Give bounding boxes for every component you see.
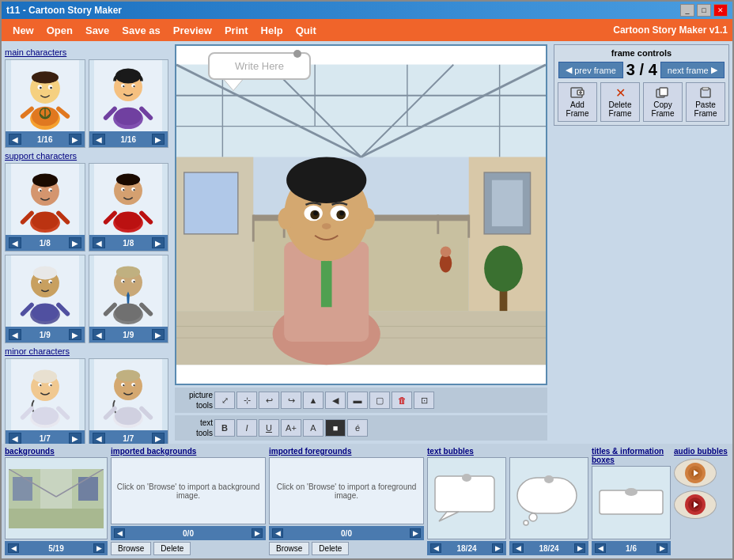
support-char-2-next[interactable]: ▶ [152, 237, 165, 248]
svg-point-36 [116, 173, 140, 185]
menu-open[interactable]: Open [40, 21, 79, 40]
support-char-2-svg [96, 166, 160, 233]
minor-char-1-img [11, 359, 79, 430]
minor-char-2-prev[interactable]: ◀ [93, 433, 105, 444]
imported-fg-next[interactable]: ▶ [410, 528, 421, 538]
backgrounds-thumb[interactable] [5, 457, 108, 539]
support-char-1-prev[interactable]: ◀ [9, 237, 21, 248]
imported-bg-prev[interactable]: ◀ [114, 528, 125, 538]
imported-fg-prev[interactable]: ◀ [272, 528, 283, 538]
main-char-1-prev[interactable]: ◀ [9, 134, 21, 145]
imported-bg-next[interactable]: ▶ [252, 528, 263, 538]
backgrounds-next[interactable]: ▶ [93, 543, 104, 553]
support-char-3-next[interactable]: ▶ [69, 329, 81, 340]
app-version: Cartoon Story Maker v1.1 [613, 25, 728, 36]
minor-char-2-next[interactable]: ▶ [152, 433, 165, 444]
menu-save-as[interactable]: Save as [115, 21, 166, 40]
canvas-area[interactable]: Write Here [175, 44, 547, 385]
tool-font-larger[interactable]: A+ [281, 419, 301, 437]
main-char-1-next[interactable]: ▶ [69, 134, 81, 145]
text-tools-label: texttools [177, 418, 213, 438]
titles-thumb[interactable] [592, 466, 671, 539]
imported-fg-label: imported foregrounds [269, 447, 424, 456]
svg-line-85 [142, 408, 150, 417]
tool-delete-obj[interactable]: 🗑 [392, 392, 412, 409]
tool-underline[interactable]: U [259, 419, 279, 437]
close-button[interactable]: ✕ [713, 4, 728, 17]
svg-point-83 [115, 407, 142, 425]
main-char-1: ◀ 1/16 ▶ [5, 59, 85, 148]
audio-section: audio bubbles [674, 447, 729, 555]
maximize-button[interactable]: □ [697, 4, 711, 17]
svg-point-127 [286, 157, 366, 203]
tool-border[interactable]: ⊡ [414, 392, 434, 409]
tool-special-char[interactable]: é [347, 419, 368, 437]
svg-point-31 [32, 211, 59, 229]
menu-save[interactable]: Save [79, 21, 115, 40]
imported-bg-thumb[interactable]: Click on 'Browse' to import a background… [111, 457, 266, 524]
text-bubbles-thumb2[interactable] [509, 457, 588, 539]
svg-line-33 [59, 213, 67, 221]
tool-redo[interactable]: ↪ [281, 392, 301, 409]
minor-char-1-next[interactable]: ▶ [69, 433, 81, 444]
menu-quit[interactable]: Quit [289, 21, 323, 40]
menu-new[interactable]: New [6, 21, 40, 40]
text-bubbles-next[interactable]: ▶ [492, 543, 503, 553]
menu-help[interactable]: Help [255, 21, 289, 40]
tool-transform[interactable]: ⊹ [236, 392, 257, 409]
imported-fg-browse[interactable]: Browse [269, 542, 309, 555]
copy-frame-button[interactable]: Copy Frame [643, 82, 683, 122]
delete-frame-button[interactable]: ✕ Delete Frame [600, 82, 640, 122]
main-char-2-prev[interactable]: ◀ [93, 134, 105, 145]
menu-preview[interactable]: Preview [167, 21, 218, 40]
minimize-button[interactable]: _ [680, 4, 694, 17]
tool-flip-v[interactable]: ▲ [303, 392, 323, 409]
imported-fg-thumb[interactable]: Click on 'Browse' to import a foreground… [269, 457, 424, 524]
main-char-2-img [94, 60, 162, 131]
text-bubbles-thumb[interactable] [427, 457, 506, 539]
titles-prev[interactable]: ◀ [595, 543, 606, 553]
tool-layer[interactable]: ▬ [347, 392, 368, 409]
text-bubbles-prev2[interactable]: ◀ [513, 543, 524, 553]
tool-color[interactable]: ■ [325, 419, 346, 437]
text-bubbles-prev[interactable]: ◀ [430, 543, 441, 553]
imported-fg-delete[interactable]: Delete [312, 542, 349, 555]
tool-flip-h[interactable]: ◀ [325, 392, 346, 409]
menu-print[interactable]: Print [218, 21, 255, 40]
svg-line-43 [142, 213, 150, 221]
minor-characters-row: ◀ 1/7 ▶ [5, 358, 168, 444]
tool-italic[interactable]: I [236, 419, 257, 437]
main-char-2-next[interactable]: ▶ [152, 134, 165, 145]
next-frame-button[interactable]: next frame ▶ [660, 62, 725, 78]
support-char-3-prev[interactable]: ◀ [9, 329, 21, 340]
svg-line-53 [59, 305, 67, 313]
tool-font-smaller[interactable]: A [303, 419, 323, 437]
support-char-4-counter: 1/9 [123, 331, 134, 339]
tool-undo[interactable]: ↩ [259, 392, 279, 409]
support-char-1-next[interactable]: ▶ [69, 237, 81, 248]
tool-frame-box[interactable]: ▢ [369, 392, 390, 409]
support-char-2-prev[interactable]: ◀ [93, 237, 105, 248]
support-char-4-next[interactable]: ▶ [152, 329, 165, 340]
tool-resize[interactable]: ⤢ [214, 392, 235, 409]
tool-bold[interactable]: B [214, 419, 235, 437]
text-bubbles-next2[interactable]: ▶ [574, 543, 585, 553]
minor-char-2: ◀ 1/7 ▶ [89, 358, 169, 444]
support-char-3: ◀ 1/9 ▶ [5, 255, 85, 343]
prev-frame-button[interactable]: ◀ prev frame [558, 62, 623, 78]
paste-frame-button[interactable]: Paste Frame [686, 82, 725, 122]
audio-btn-2[interactable] [674, 490, 717, 519]
imported-bg-delete[interactable]: Delete [153, 542, 191, 555]
minor-char-1-prev[interactable]: ◀ [9, 433, 21, 444]
speaker-icon [684, 462, 706, 484]
text-bubbles-section: text bubbles ◀ 18/24 ▶ [427, 447, 506, 555]
imported-bg-browse[interactable]: Browse [111, 542, 151, 555]
support-char-4-prev[interactable]: ◀ [93, 329, 105, 340]
titles-next[interactable]: ▶ [656, 543, 668, 553]
svg-rect-150 [78, 477, 98, 501]
svg-point-50 [50, 282, 51, 283]
audio-btn-1[interactable] [674, 459, 717, 487]
backgrounds-prev[interactable]: ◀ [8, 543, 19, 553]
speech-bubble-container[interactable]: Write Here [208, 52, 311, 90]
add-frame-button[interactable]: Add Frame [558, 82, 597, 122]
